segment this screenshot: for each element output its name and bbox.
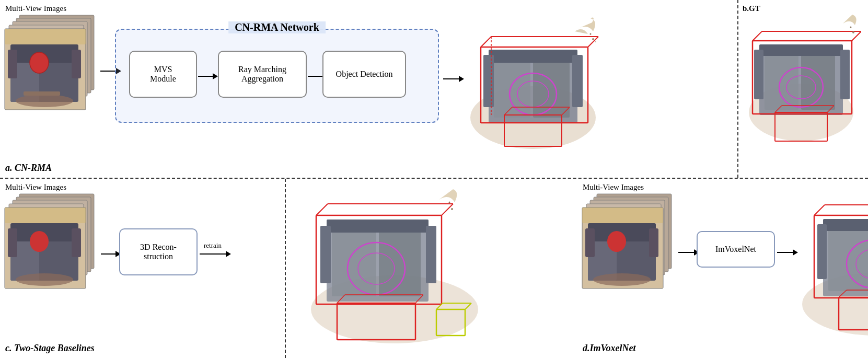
- svg-point-68: [16, 273, 73, 286]
- multi-view-label-bottom-left: Multi-View Images: [5, 183, 66, 192]
- svg-rect-42: [754, 50, 763, 99]
- svg-rect-15: [5, 29, 86, 44]
- svg-rect-112: [817, 224, 827, 279]
- top-divider: [737, 0, 738, 178]
- recon-label: 3D Recon-struction: [140, 242, 177, 261]
- object-detection-label: Object Detection: [336, 70, 393, 79]
- svg-rect-10: [72, 50, 81, 78]
- svg-line-26: [481, 37, 491, 47]
- svg-rect-65: [8, 228, 17, 257]
- svg-point-105: [593, 273, 651, 286]
- svg-rect-75: [320, 226, 331, 283]
- arrow-to-imvoxelnet: [678, 249, 699, 256]
- svg-rect-73: [379, 231, 421, 296]
- arrow-recon-to-scene: [200, 251, 231, 257]
- ray-marching-label: Ray MarchingAggregation: [238, 65, 286, 84]
- svg-rect-111: [823, 219, 868, 231]
- svg-rect-20: [489, 50, 577, 63]
- multi-view-images-bottom-right: [580, 192, 677, 296]
- imvoxelnet-box: ImVoxelNet: [697, 231, 775, 268]
- imvoxelnet-label: ImVoxelNet: [715, 245, 756, 254]
- svg-rect-102: [585, 228, 595, 257]
- section-label-imvoxelnet: d.ImVoxelNet: [583, 343, 636, 354]
- svg-rect-76: [426, 226, 436, 283]
- bottom-left-section: Multi-View Images: [0, 179, 285, 358]
- top-left-section: Multi-View Images: [0, 0, 738, 178]
- svg-rect-39: [765, 55, 798, 110]
- svg-line-80: [316, 204, 328, 215]
- multi-view-label-bottom-right: Multi-View Images: [583, 183, 644, 192]
- arrow-network-to-scene: [443, 76, 464, 82]
- svg-rect-43: [840, 50, 850, 99]
- svg-rect-69: [5, 207, 86, 223]
- network-box: CN-RMA Network MVSModule Ray MarchingAgg…: [115, 29, 439, 123]
- recon-box: 3D Recon-struction: [119, 228, 198, 275]
- svg-point-104: [607, 231, 626, 252]
- svg-rect-9: [8, 50, 17, 78]
- multi-view-images-top: [3, 13, 99, 118]
- svg-point-54: [852, 31, 854, 33]
- mvs-module-box: MVSModule: [129, 51, 197, 98]
- arrow-mvs-ray: [198, 73, 218, 79]
- svg-point-35: [590, 33, 592, 35]
- svg-line-117: [814, 205, 825, 215]
- svg-point-91: [451, 208, 453, 210]
- svg-point-36: [595, 41, 596, 42]
- bottom-center-section: [285, 179, 577, 358]
- top-half: Multi-View Images: [0, 0, 868, 179]
- svg-point-92: [449, 202, 450, 203]
- svg-rect-66: [72, 228, 81, 257]
- svg-point-13: [16, 95, 73, 107]
- svg-rect-40: [801, 55, 835, 110]
- section-label-two-stage: c. Two-Stage Baselines: [5, 343, 95, 354]
- mvs-module-label: MVSModule: [150, 65, 176, 84]
- bottom-divider: [285, 179, 286, 358]
- svg-point-55: [850, 27, 852, 28]
- ray-marching-box: Ray MarchingAggregation: [218, 51, 307, 98]
- retrain-label: retrain: [204, 241, 222, 250]
- network-title: CN-RMA Network: [228, 21, 326, 33]
- svg-rect-103: [649, 228, 658, 257]
- cnrma-result-scene: [462, 13, 604, 162]
- object-detection-box: Object Detection: [322, 51, 406, 98]
- bottom-half: Multi-View Images: [0, 179, 868, 358]
- svg-rect-109: [828, 229, 868, 291]
- svg-rect-72: [332, 231, 376, 296]
- svg-rect-106: [582, 207, 663, 223]
- svg-point-67: [30, 231, 49, 252]
- svg-rect-22: [572, 55, 583, 107]
- svg-rect-41: [759, 44, 843, 56]
- section-label-cnrma: a. CN-RMA: [5, 163, 52, 174]
- bottom-right-section: Multi-View Images: [577, 179, 868, 358]
- top-right-section: b.GT: [738, 0, 868, 178]
- svg-line-47: [753, 31, 762, 41]
- diagram-container: Multi-View Images: [0, 0, 868, 358]
- svg-rect-74: [327, 220, 429, 233]
- svg-rect-18: [494, 60, 530, 118]
- svg-rect-19: [533, 60, 570, 118]
- svg-rect-21: [483, 55, 494, 107]
- svg-point-34: [592, 38, 594, 40]
- arrow-to-recon: [101, 251, 121, 257]
- svg-rect-14: [24, 91, 60, 96]
- multi-view-label-top: Multi-View Images: [5, 4, 66, 13]
- multi-view-images-bottom-left: [3, 192, 99, 296]
